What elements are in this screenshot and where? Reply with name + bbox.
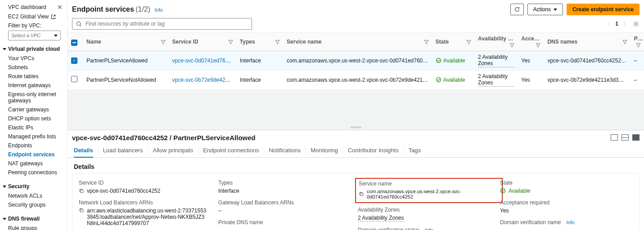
sidebar-item[interactable]: NAT gateways: [0, 159, 67, 168]
sort-icon: ▽: [161, 39, 165, 45]
tab[interactable]: Monitoring: [311, 145, 338, 157]
sidebar-item[interactable]: Route tables: [0, 72, 67, 81]
page-title: Endpoint services (1/2) Info: [72, 5, 163, 13]
cell-state: Available: [436, 77, 471, 83]
next-page-button[interactable]: 〉: [623, 20, 628, 28]
tab[interactable]: Load balancers: [103, 145, 143, 157]
column-header[interactable]: DNS names▽: [544, 33, 630, 51]
details-section-title: Details: [68, 158, 644, 173]
sort-icon: ▽: [424, 39, 428, 45]
info-link[interactable]: Info: [425, 227, 433, 230]
tab[interactable]: Details: [74, 145, 93, 157]
table-row[interactable]: PartnerPLServiceAllowed vpce-svc-0d0741e…: [68, 51, 644, 71]
field-nlb-arns: Network Load Balancers ARNs arn:aws:elas…: [79, 199, 218, 226]
highlighted-service-name: Service name com.amazonaws.vpce.us-west-…: [355, 178, 503, 203]
cell-name: PartnerPLServiceNotAllowed: [83, 70, 168, 89]
chevron-down-icon: [554, 9, 557, 11]
sidebar-item[interactable]: Your VPCs: [0, 54, 67, 63]
column-header[interactable]: Availability …▽: [474, 33, 518, 51]
column-header[interactable]: Name▽: [83, 33, 168, 51]
sidebar-item[interactable]: Endpoint services: [0, 150, 67, 159]
service-id-link[interactable]: vpce-svc-0d0741ed760cc4252: [172, 58, 236, 64]
tab[interactable]: Allow principals: [153, 145, 194, 157]
sidebar-item[interactable]: Subnets: [0, 63, 67, 72]
sidebar-item[interactable]: Peering connections: [0, 168, 67, 177]
field-service-id: Service ID vpce-svc-0d0741ed760cc4252: [79, 180, 218, 194]
sidebar-section-header[interactable]: Security: [0, 182, 67, 190]
caret-down-icon: [3, 218, 6, 220]
sidebar-item[interactable]: Elastic IPs: [0, 123, 67, 132]
sidebar-item[interactable]: Endpoints: [0, 141, 67, 150]
endpoint-services-table: Name▽Service ID▽Types▽Service name▽State…: [68, 33, 644, 125]
status-available-icon: [436, 77, 441, 83]
table-row[interactable]: PartnerPLServiceNotAllowed vpce-svc-0b72…: [68, 70, 644, 89]
sidebar-dashboard-link[interactable]: VPC dashboard: [8, 4, 46, 10]
close-icon[interactable]: ✕: [57, 4, 63, 11]
status-available-icon: [436, 58, 441, 63]
column-header[interactable]: Pri▽: [630, 33, 644, 51]
service-id-link[interactable]: vpce-svc-0b72e9de4211e3d31: [172, 77, 236, 83]
column-header[interactable]: State▽: [432, 33, 474, 51]
details-tabs: DetailsLoad balancersAllow principalsEnd…: [68, 142, 644, 158]
sidebar-item[interactable]: Internet gateways: [0, 81, 67, 90]
copy-icon[interactable]: [359, 191, 364, 197]
caret-down-icon: [3, 186, 6, 188]
sidebar-item[interactable]: Network ACLs: [0, 191, 67, 200]
tab[interactable]: Notifications: [269, 145, 301, 157]
sidebar-item[interactable]: Egress-only internet gateways: [0, 90, 67, 105]
info-link[interactable]: Info: [566, 220, 574, 225]
row-checkbox[interactable]: [71, 76, 77, 82]
filter-label: Filter by VPC:: [0, 22, 67, 31]
cell-service-name: com.amazonaws.vpce.us-west-2.vpce-svc-0d…: [283, 51, 432, 71]
tab[interactable]: Contributor Insights: [348, 145, 399, 157]
cell-az: 2 Availability Zones: [478, 73, 514, 87]
sidebar-ec2-link[interactable]: EC2 Global View: [0, 13, 67, 22]
search-icon: [76, 21, 82, 27]
row-checkbox[interactable]: [71, 58, 77, 64]
split-handle[interactable]: [68, 125, 644, 130]
vpc-filter-select[interactable]: Select a VPC: [8, 31, 61, 40]
sidebar-item[interactable]: Carrier gateways: [0, 105, 67, 114]
prev-page-button[interactable]: 〈: [605, 20, 611, 28]
field-glb-arns: Gateway Load Balancers ARNs –: [218, 199, 358, 214]
select-all-checkbox[interactable]: [71, 40, 77, 46]
column-header[interactable]: Acce…▽: [518, 33, 544, 51]
sidebar-item[interactable]: Rule groups: [0, 224, 67, 230]
panel-layout-icon[interactable]: [611, 134, 618, 141]
sidebar-item[interactable]: Security groups: [0, 200, 67, 209]
search-input[interactable]: [85, 20, 248, 27]
field-domain-verification-name: Domain verification nameInfo –: [500, 219, 633, 230]
search-input-wrap[interactable]: [72, 18, 252, 30]
svg-rect-7: [360, 193, 363, 195]
sort-icon: ▽: [510, 42, 514, 48]
external-link-icon: [51, 14, 56, 19]
info-link[interactable]: Info: [154, 7, 162, 13]
sort-icon: ▽: [229, 39, 233, 45]
cell-pri: –: [630, 70, 644, 89]
field-domain-verification-status: Domain verification statusInfo –: [358, 227, 500, 230]
field-service-name: Service name com.amazonaws.vpce.us-west-…: [359, 181, 499, 199]
column-header[interactable]: Service name▽: [283, 33, 432, 51]
copy-icon[interactable]: [79, 208, 84, 213]
gear-icon[interactable]: [633, 21, 639, 27]
column-header[interactable]: Service ID▽: [169, 33, 236, 51]
sidebar-item[interactable]: DHCP option sets: [0, 114, 67, 123]
refresh-button[interactable]: [510, 4, 524, 15]
caret-down-icon: [3, 48, 6, 50]
sidebar-item[interactable]: Managed prefix lists: [0, 132, 67, 141]
sidebar-section-header[interactable]: Virtual private cloud: [0, 45, 67, 53]
actions-button[interactable]: Actions: [527, 4, 563, 15]
cell-acceptance: Yes: [518, 70, 544, 89]
sort-icon: ▽: [636, 42, 640, 48]
column-header[interactable]: Types▽: [236, 33, 283, 51]
panel-full-icon[interactable]: [632, 134, 639, 141]
sidebar-section-header[interactable]: DNS firewall: [0, 215, 67, 223]
details-panel-title: vpce-svc-0d0741ed760cc4252 / PartnerPLSe…: [72, 134, 256, 142]
tab[interactable]: Tags: [409, 145, 421, 157]
copy-icon[interactable]: [79, 188, 84, 194]
cell-acceptance: Yes: [518, 51, 544, 71]
create-endpoint-service-button[interactable]: Create endpoint service: [567, 4, 639, 15]
panel-split-icon[interactable]: [621, 134, 629, 141]
cell-state: Available: [436, 58, 471, 64]
tab[interactable]: Endpoint connections: [203, 145, 259, 157]
